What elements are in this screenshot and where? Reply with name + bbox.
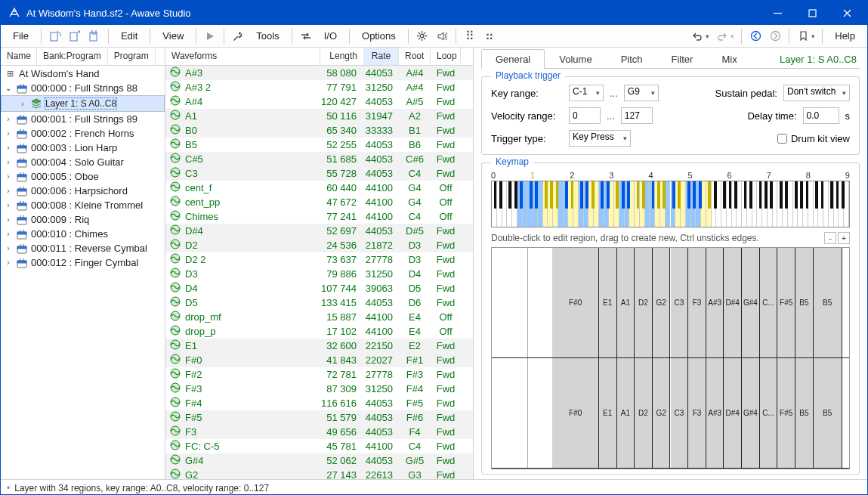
region-cell[interactable]: F#5	[777, 358, 795, 468]
tree-col-prog[interactable]: Program	[108, 48, 156, 65]
menu-help[interactable]: Help	[827, 28, 863, 44]
waveform-row[interactable]: D2 273 63727778D3Fwd	[165, 252, 473, 267]
input-delay[interactable]	[803, 107, 839, 124]
waveform-row[interactable]: A150 11631947A2Fwd	[165, 109, 473, 123]
region-cell[interactable]: D2	[635, 358, 653, 468]
waveform-row[interactable]: drop_p17 10244100E4Off	[165, 324, 473, 339]
region-grid[interactable]: F#0E1A1D2G2C3F3A#3D#4G#4C...F#5B5B5F#0E1…	[491, 247, 850, 469]
waveform-row[interactable]: B552 25544053B6Fwd	[165, 138, 473, 152]
menu-file[interactable]: File	[5, 28, 36, 44]
tree-program[interactable]: ›000:009 : Riq	[1, 212, 165, 227]
region-cell[interactable]: G2	[653, 248, 671, 357]
waveform-row[interactable]: A#4120 42744053A#5Fwd	[165, 94, 473, 109]
piano-keyboard[interactable]	[491, 181, 850, 227]
region-cell[interactable]: G2	[653, 358, 671, 468]
select-keylow[interactable]: C-1	[569, 85, 604, 101]
waveform-row[interactable]: D4107 74439063D5Fwd	[165, 281, 473, 295]
tree-collection-root[interactable]: ⊞ At Wisdom's Hand	[1, 67, 165, 81]
tab-general[interactable]: General	[481, 49, 545, 69]
region-cell[interactable]: D#4	[724, 358, 742, 468]
region-cell[interactable]: G#4	[742, 358, 760, 468]
maximize-button[interactable]	[795, 1, 829, 25]
tree-program[interactable]: ›000:012 : Finger Cymbal	[1, 255, 165, 270]
tree-program[interactable]: ›000:003 : Lion Harp	[1, 141, 165, 155]
speaker-icon[interactable]	[433, 27, 451, 45]
undo-dropdown[interactable]: ▾	[706, 32, 709, 40]
menu-view[interactable]: View	[155, 28, 191, 44]
menu-tools[interactable]: Tools	[249, 28, 286, 44]
chevron-right-icon[interactable]: ›	[4, 115, 13, 123]
waveform-row[interactable]: A#3 277 79131250A#4Fwd	[165, 80, 473, 94]
tab-filter[interactable]: Filter	[657, 49, 708, 69]
undo-icon[interactable]	[688, 27, 706, 45]
tree-program[interactable]: ›000:001 : Full Strings 89	[1, 112, 165, 126]
redo-dropdown[interactable]: ▾	[731, 32, 734, 40]
nav-fwd-icon[interactable]	[766, 27, 784, 45]
tree-program[interactable]: ⌄000:000 : Full Strings 88	[1, 81, 165, 95]
waveform-row[interactable]: G#452 06244053G#5Fwd	[165, 453, 473, 468]
region-cell[interactable]: E1	[599, 248, 617, 357]
waveform-row[interactable]: F#272 78127778F#3Fwd	[165, 367, 473, 382]
region-cell[interactable]: F3	[688, 248, 706, 357]
waveform-row[interactable]: G227 14322613G3Fwd	[165, 468, 473, 479]
checkbox-drumkit[interactable]: Drum kit view	[777, 133, 850, 144]
chevron-down-icon[interactable]: ⌄	[4, 84, 13, 92]
waveform-row[interactable]: drop_mf15 88744100E4Off	[165, 310, 473, 324]
chevron-right-icon[interactable]: ›	[18, 100, 27, 108]
redo-icon[interactable]	[713, 27, 731, 45]
region-cell[interactable]: D#4	[724, 248, 742, 357]
region-cell[interactable]: B5	[814, 358, 842, 468]
waveform-row[interactable]: D5133 41544053D6Fwd	[165, 295, 473, 310]
chevron-right-icon[interactable]: ›	[4, 187, 13, 195]
tree-program[interactable]: ›000:010 : Chimes	[1, 227, 165, 241]
region-cell[interactable]: C3	[671, 248, 689, 357]
waveform-row[interactable]: C#551 68544053C#6Fwd	[165, 152, 473, 166]
region-cell[interactable]: B5	[795, 248, 814, 357]
chevron-right-icon[interactable]: ›	[4, 244, 13, 252]
toolbar-open-icon[interactable]	[66, 27, 84, 45]
region-cell[interactable]: G#4	[742, 248, 760, 357]
waveform-row[interactable]: F#387 30931250F#4Fwd	[165, 382, 473, 396]
tree-col-name[interactable]: Name	[1, 48, 37, 65]
region-cell[interactable]: A1	[617, 248, 635, 357]
play-icon[interactable]	[201, 27, 219, 45]
grid1-icon[interactable]: ⠿	[461, 27, 479, 45]
waveform-row[interactable]: F#4116 61644053F#5Fwd	[165, 396, 473, 410]
waveform-row[interactable]: F#041 84322027F#1Fwd	[165, 353, 473, 367]
toolbar-save-icon[interactable]	[85, 27, 103, 45]
grid2-icon[interactable]: ⠶	[480, 27, 499, 45]
col-rate[interactable]: Rate	[364, 48, 399, 65]
waveform-row[interactable]: F349 65644053F4Fwd	[165, 425, 473, 439]
region-cell[interactable]: D2	[635, 248, 653, 357]
waveform-row[interactable]: cent_f60 44044100G4Off	[165, 181, 473, 195]
tree-program[interactable]: ›000:002 : French Horns	[1, 126, 165, 141]
region-cell[interactable]: C...	[760, 248, 778, 357]
zoom-in[interactable]: +	[838, 232, 850, 244]
col-root[interactable]: Root	[399, 48, 431, 65]
chevron-right-icon[interactable]: ›	[4, 230, 13, 238]
waveform-row[interactable]: D379 88631250D4Fwd	[165, 267, 473, 281]
col-loop[interactable]: Loop	[431, 48, 461, 65]
tree-program[interactable]: ›000:004 : Solo Guitar	[1, 155, 165, 169]
col-length[interactable]: Length	[320, 48, 364, 65]
bookmark-dropdown[interactable]: ▾	[811, 32, 815, 40]
chevron-right-icon[interactable]: ›	[4, 215, 13, 224]
region-cell[interactable]: C...	[760, 358, 778, 468]
waveform-row[interactable]: C355 72844053C4Fwd	[165, 166, 473, 181]
menu-options[interactable]: Options	[354, 28, 403, 44]
region-cell[interactable]: F#5	[777, 248, 795, 357]
tree-program[interactable]: ›000:006 : Harpsichord	[1, 184, 165, 198]
close-button[interactable]	[829, 1, 864, 25]
gear-icon[interactable]	[413, 27, 431, 45]
waveform-row[interactable]: B065 34033333B1Fwd	[165, 123, 473, 138]
col-waveforms[interactable]: Waveforms	[165, 48, 320, 65]
region-cell[interactable]: A#3	[706, 358, 724, 468]
region-cell[interactable]: F#0	[552, 358, 598, 468]
waveform-rows[interactable]: A#358 08044053A#4FwdA#3 277 79131250A#4F…	[165, 66, 473, 479]
region-cell[interactable]: C3	[671, 358, 689, 468]
select-sustain[interactable]: Don't switch	[783, 85, 850, 101]
chevron-right-icon[interactable]: ›	[4, 129, 13, 138]
waveform-row[interactable]: Chimes77 24144100C4Off	[165, 209, 473, 224]
tab-pitch[interactable]: Pitch	[607, 49, 657, 69]
waveform-row[interactable]: D224 53621872D3Fwd	[165, 238, 473, 252]
